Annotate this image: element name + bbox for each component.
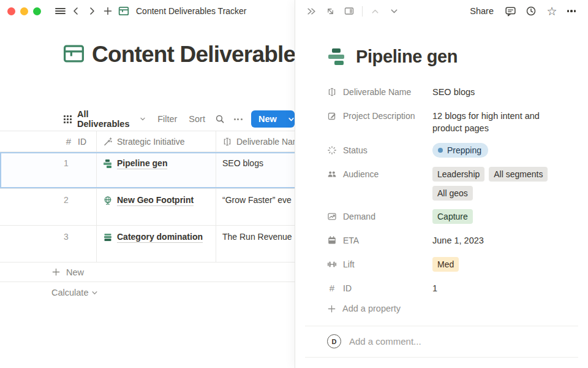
comment-input[interactable]: Add a comment...: [349, 336, 421, 347]
page-icon[interactable]: [63, 43, 85, 67]
page-title[interactable]: Content Deliverables Tracker: [92, 42, 295, 67]
database-table: # ID Strategic Initiative Deliverable Na…: [0, 131, 295, 263]
property-value[interactable]: Prepping: [432, 142, 488, 158]
cell-initiative[interactable]: Pipeline gen: [97, 152, 216, 188]
property-value[interactable]: Capture: [432, 208, 473, 224]
sidebar-menu-icon[interactable]: [52, 3, 68, 19]
next-record-icon[interactable]: [386, 4, 401, 18]
cell-deliverable[interactable]: The Run Revenue S: [216, 226, 295, 262]
window-title: Content Deliverables Tracker: [136, 6, 247, 16]
pipeline-bars-icon[interactable]: [327, 48, 347, 66]
filter-button[interactable]: Filter: [157, 114, 177, 124]
search-icon[interactable]: [215, 114, 225, 124]
column-header-id[interactable]: # ID: [0, 131, 97, 151]
property-label-row[interactable]: ETA: [327, 232, 432, 248]
property-label-row[interactable]: Project Description: [327, 107, 432, 124]
property-label-row[interactable]: Status: [327, 142, 432, 158]
column-label: Strategic Initiative: [117, 137, 185, 147]
property-value[interactable]: Med: [432, 256, 459, 272]
column-label: ID: [78, 137, 86, 147]
property-value[interactable]: Leadership All segments All geos: [432, 166, 572, 201]
expand-diagonal-icon[interactable]: [323, 4, 337, 18]
cell-initiative[interactable]: Category domination: [97, 226, 216, 262]
calculate-label[interactable]: Calculate: [51, 288, 88, 297]
comments-icon[interactable]: [503, 4, 518, 18]
forward-icon[interactable]: [84, 3, 100, 19]
demand-tag[interactable]: Capture: [432, 209, 473, 224]
trend-chart-icon: [327, 212, 337, 221]
favorite-star-icon[interactable]: ☆: [545, 4, 559, 18]
audience-tag[interactable]: All segments: [489, 167, 548, 182]
add-property-button[interactable]: Add a property: [327, 304, 572, 313]
property-project-description: Project Description 12 blogs for high in…: [327, 107, 572, 134]
add-row-label[interactable]: New: [66, 267, 84, 277]
cell-deliverable[interactable]: “Grow Faster” eve: [216, 189, 295, 225]
more-options-icon[interactable]: [564, 4, 579, 18]
previous-record-icon[interactable]: [368, 4, 382, 18]
new-button-chevron-down-icon[interactable]: [283, 116, 295, 123]
property-label-row[interactable]: # ID: [327, 280, 432, 296]
plus-icon: [327, 304, 336, 313]
add-property-label[interactable]: Add a property: [342, 304, 401, 313]
property-value[interactable]: SEO blogs: [432, 83, 475, 98]
column-header-strategic-initiative[interactable]: Strategic Initiative: [97, 131, 216, 151]
minimize-window-button[interactable]: [20, 7, 28, 15]
property-label: ETA: [343, 236, 359, 245]
plus-icon: [51, 267, 61, 277]
property-label-row[interactable]: Demand: [327, 208, 432, 224]
cell-id[interactable]: 2: [0, 189, 97, 225]
table-row[interactable]: 3 Category domination The Run Revenue S: [0, 226, 295, 263]
main-content-pane: Content Deliverables Tracker Content Del…: [0, 0, 295, 368]
close-window-button[interactable]: [7, 7, 15, 15]
record-link[interactable]: Pipeline gen: [117, 158, 167, 169]
side-peek-panel: Share ☆ Pipeline gen: [295, 0, 588, 368]
status-pill[interactable]: Prepping: [432, 143, 488, 158]
window-titlebar: Content Deliverables Tracker: [0, 0, 295, 22]
open-as-page-icon[interactable]: [304, 4, 318, 18]
record-link[interactable]: Category domination: [117, 232, 203, 243]
view-chevron-down-icon[interactable]: [140, 116, 146, 122]
property-label-row[interactable]: Lift: [327, 256, 432, 272]
app-window: Content Deliverables Tracker Content Del…: [0, 0, 588, 368]
property-label-row[interactable]: Deliverable Name: [327, 83, 432, 100]
property-value[interactable]: 1: [432, 280, 437, 294]
history-clock-icon[interactable]: [524, 4, 538, 18]
view-switcher[interactable]: All Deliverables: [77, 109, 136, 129]
new-tab-icon[interactable]: [100, 3, 116, 19]
hash-icon: #: [327, 283, 337, 293]
property-audience: Audience Leadership All segments All geo…: [327, 166, 572, 201]
text-field-icon: [327, 87, 337, 97]
cell-id[interactable]: 1: [0, 152, 97, 188]
new-record-label[interactable]: New: [251, 114, 283, 124]
record-link[interactable]: New Geo Footprint: [117, 195, 194, 206]
column-header-deliverable-name[interactable]: Deliverable Name: [216, 131, 295, 151]
comment-composer[interactable]: D Add a comment...: [327, 334, 588, 348]
property-lift: Lift Med: [327, 256, 572, 272]
calculate-button[interactable]: Calculate: [0, 282, 295, 303]
new-record-button[interactable]: New: [251, 110, 295, 128]
record-header: Pipeline gen: [327, 47, 588, 67]
table-row[interactable]: 2 New Geo Footprint “Grow Faster” eve: [0, 189, 295, 226]
share-button[interactable]: Share: [470, 6, 494, 16]
page-table-icon: [116, 3, 132, 19]
property-label-row[interactable]: Audience: [327, 166, 432, 182]
audience-tag[interactable]: All geos: [432, 186, 473, 201]
property-value[interactable]: 12 blogs for high intent and product pag…: [432, 107, 555, 134]
property-value[interactable]: June 1, 2023: [432, 232, 484, 247]
calendar-icon: [327, 236, 337, 245]
table-row[interactable]: 1 Pipeline gen SEO blogs: [0, 152, 295, 189]
record-title[interactable]: Pipeline gen: [356, 47, 458, 67]
cell-deliverable[interactable]: SEO blogs: [216, 152, 295, 188]
property-label: Project Description: [343, 111, 415, 121]
sort-button[interactable]: Sort: [189, 114, 205, 124]
audience-tag[interactable]: Leadership: [432, 167, 484, 182]
add-row-button[interactable]: New: [0, 263, 295, 282]
cell-initiative[interactable]: New Geo Footprint: [97, 189, 216, 225]
zoom-window-button[interactable]: [33, 7, 41, 15]
side-peek-mode-icon[interactable]: [342, 4, 356, 18]
view-options-icon[interactable]: [234, 118, 243, 120]
cell-id[interactable]: 3: [0, 226, 97, 262]
back-icon[interactable]: [68, 3, 84, 19]
hash-icon: #: [64, 136, 74, 147]
lift-tag[interactable]: Med: [432, 257, 459, 272]
